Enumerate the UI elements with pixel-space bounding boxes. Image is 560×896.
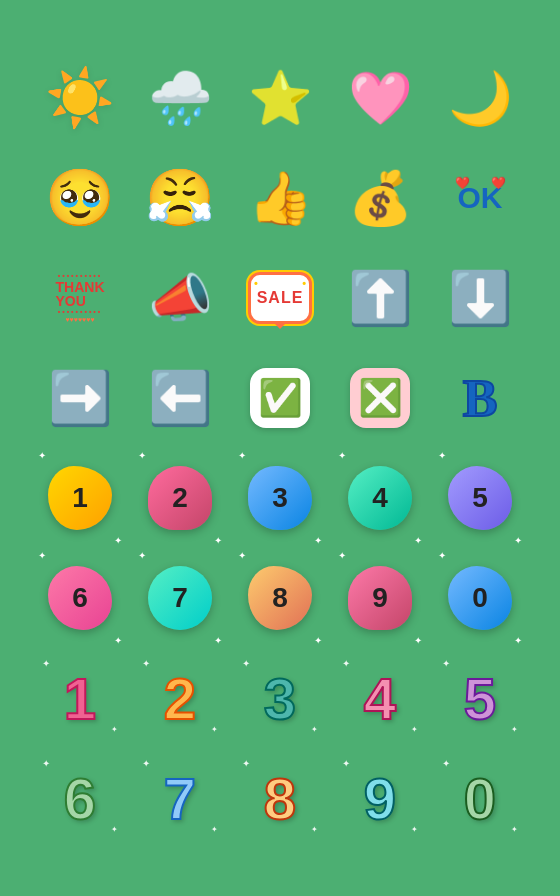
ok-sign: OK [430,148,530,248]
big-num-6: 6 ✦ ✦ [30,748,130,848]
big-num-7: 7 ✦ ✦ [130,748,230,848]
thank-you-sticker: •••••••••• THANK YOU •••••••••• ♥♥♥♥♥♥♥ [30,248,130,348]
num-badge-1: 1 [30,448,130,548]
big-num-8: 8 ✦ ✦ [230,748,330,848]
decorative-hearts: ♥♥♥♥♥♥♥ [65,316,94,324]
num-badge-4: 4 [330,448,430,548]
arrow-down: ⬇️ [430,248,530,348]
money-bag-emoji: 💰 [330,148,430,248]
cute-face-emoji: 🥹 [30,148,130,248]
sale-badge: • • SALE [230,248,330,348]
rain-cloud-emoji: 🌧️ [130,48,230,148]
sleeping-moon-emoji: 🌙 [430,48,530,148]
arrow-up: ⬆️ [330,248,430,348]
num-badge-8: 8 [230,548,330,648]
emoji-grid: ☀️ 🌧️ ⭐ 🩷 🌙 🥹 😤 👍 💰 OK •••••••••• THANK … [20,38,540,858]
arrow-right: ➡️ [30,348,130,448]
big-num-9: 9 ✦ ✦ [330,748,430,848]
big-num-2: 2 ✦ ✦ [130,648,230,748]
megaphone-emoji: 📣 [130,248,230,348]
big-num-1: 1 ✦ ✦ [30,648,130,748]
check-box: ✅ [230,348,330,448]
num-badge-3: 3 [230,448,330,548]
cute-star-emoji: ⭐ [230,48,330,148]
x-box: ❎ [330,348,430,448]
bold-b-icon: B [430,348,530,448]
big-num-3: 3 ✦ ✦ [230,648,330,748]
num-badge-9: 9 [330,548,430,648]
heart-emoji: 🩷 [330,48,430,148]
num-badge-0: 0 [430,548,530,648]
arrow-left: ⬅️ [130,348,230,448]
num-badge-7: 7 [130,548,230,648]
num-badge-5: 5 [430,448,530,548]
angry-face-emoji: 😤 [130,148,230,248]
big-num-4: 4 ✦ ✦ [330,648,430,748]
big-num-0: 0 ✦ ✦ [430,748,530,848]
thank-you-text: THANK YOU [56,280,105,308]
num-badge-2: 2 [130,448,230,548]
big-num-5: 5 ✦ ✦ [430,648,530,748]
sun-emoji: ☀️ [30,48,130,148]
thumbs-up-emoji: 👍 [230,148,330,248]
num-badge-6: 6 [30,548,130,648]
